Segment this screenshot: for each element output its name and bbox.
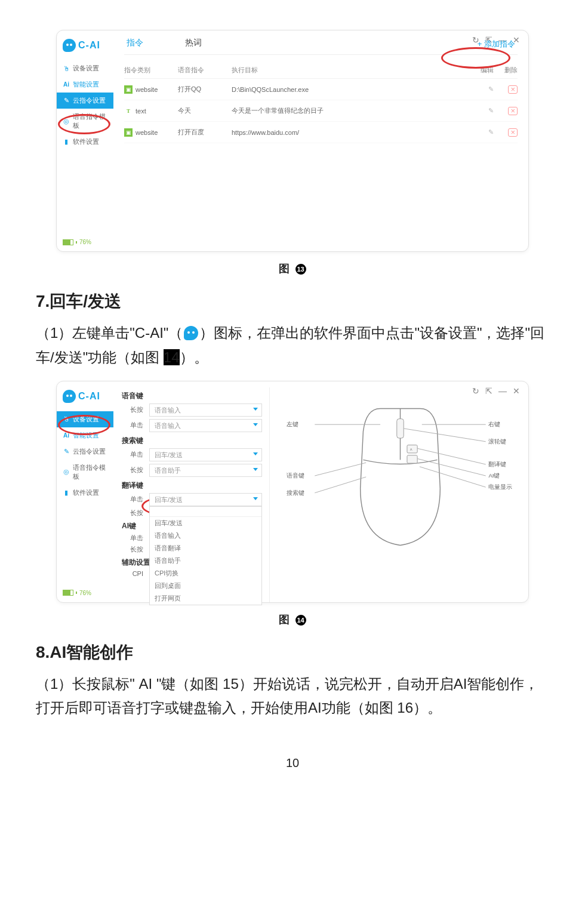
- label-left: 左键: [287, 421, 298, 427]
- select-voice-click[interactable]: 语音输入: [149, 419, 262, 432]
- voice-cell: 打开QQ: [178, 85, 232, 94]
- sidebar-item-template[interactable]: ◎ 语音指令模板: [57, 460, 113, 485]
- chevron-down-icon: [253, 408, 258, 411]
- figure-number-icon: 14: [295, 615, 306, 626]
- logo-text: C-AI: [78, 391, 100, 402]
- page-number: 10: [36, 756, 549, 770]
- sidebar-item-device[interactable]: 🖱 设备设置: [57, 411, 113, 427]
- dropdown-option[interactable]: 语音输入: [150, 529, 261, 542]
- sidebar-label: 设备设置: [73, 415, 99, 424]
- select-search-click[interactable]: 回车/发送: [149, 448, 262, 461]
- add-command-link[interactable]: + 添加指令: [478, 39, 515, 50]
- chevron-down-icon: [253, 468, 258, 471]
- target-icon: ◎: [63, 468, 70, 476]
- svg-line-9: [404, 428, 485, 441]
- sidebar-item-software[interactable]: ▮ 软件设置: [57, 485, 113, 501]
- label-long: 长按: [122, 509, 143, 518]
- sidebar-item-cloud-cmd[interactable]: ✎ 云指令设置: [57, 93, 113, 109]
- mouse-icon: 🖱: [63, 415, 70, 423]
- svg-rect-1: [397, 418, 404, 438]
- tab-commands[interactable]: 指令: [127, 38, 143, 48]
- sidebar-item-device[interactable]: 🖱 设备设置: [57, 60, 113, 76]
- label-long: 长按: [122, 545, 143, 554]
- dropdown-option[interactable]: 回到桌面: [150, 580, 261, 592]
- battery-indicator: 76%: [63, 590, 91, 596]
- svg-line-11: [417, 458, 486, 476]
- ai-icon: Ai: [63, 81, 70, 88]
- select-search-long[interactable]: 语音助手: [149, 464, 262, 477]
- dropdown-option[interactable]: 打开网页: [150, 592, 261, 605]
- section-7-body: （1）左键单击"C-AI"（）图标，在弹出的软件界面中点击"设备设置"，选择"回…: [36, 321, 549, 370]
- table-row: Ttext 今天 今天是一个非常值得纪念的日子 ✎ ×: [124, 100, 518, 122]
- svg-rect-3: [407, 455, 417, 463]
- dropdown-options: 回车/发送 语音输入 语音翻译 语音助手 CPI切换 回到桌面 打开网页: [149, 506, 262, 605]
- label-cpi: CPI: [122, 570, 143, 577]
- section-translate-key: 翻译键: [122, 481, 262, 491]
- mouse-icon: 🖱: [63, 65, 70, 72]
- label-long: 长按: [122, 405, 143, 414]
- figure-ref-icon: 16: [397, 700, 413, 716]
- edit-icon[interactable]: ✎: [464, 107, 494, 115]
- battery-indicator: 76%: [63, 239, 91, 245]
- sidebar-label: 智能设置: [73, 80, 99, 89]
- chevron-down-icon: [253, 452, 258, 455]
- sidebar-item-ai[interactable]: Ai 智能设置: [57, 76, 113, 93]
- logo-bubble-icon: [63, 390, 76, 403]
- tab-hotwords[interactable]: 热词: [185, 38, 202, 48]
- category-badge: ▣website: [124, 85, 178, 94]
- battery-value: 76%: [79, 590, 91, 596]
- label-click: 单击: [122, 421, 143, 430]
- dropdown-option[interactable]: 语音助手: [150, 555, 261, 567]
- section-8-body: （1）长按鼠标" AI "键（如图 15）开始说话，说完松开，自动开启AI智能创…: [36, 672, 549, 721]
- voice-cell: 今天: [178, 106, 232, 115]
- delete-icon[interactable]: ×: [494, 85, 518, 94]
- select-voice-long[interactable]: 语音输入: [149, 404, 262, 417]
- sidebar-item-cloud-cmd[interactable]: ✎ 云指令设置: [57, 443, 113, 460]
- sidebar-label: 设备设置: [73, 64, 99, 73]
- col-voice: 语音指令: [178, 66, 232, 75]
- sidebar-item-template[interactable]: ◎ 语音指令模板: [57, 109, 113, 134]
- target-cell: https://www.baidu.com/: [232, 129, 464, 136]
- dropdown-hint: [150, 507, 261, 517]
- target-cell: 今天是一个非常值得纪念的日子: [232, 106, 464, 115]
- cloud-cmd-icon: ✎: [63, 97, 70, 104]
- sidebar-label: 智能设置: [73, 431, 99, 440]
- label-click: 单击: [122, 495, 143, 504]
- bookmark-icon: ▮: [63, 489, 70, 497]
- battery-icon: [63, 590, 73, 596]
- commands-table: 指令类别 语音指令 执行目标 编辑 删除 ▣website 打开QQ D:\Bi…: [124, 62, 518, 143]
- edit-icon[interactable]: ✎: [464, 128, 494, 136]
- battery-icon: [63, 239, 73, 245]
- sidebar-item-software[interactable]: ▮ 软件设置: [57, 134, 113, 150]
- figure-ref-icon: 15: [223, 676, 239, 692]
- table-header: 指令类别 语音指令 执行目标 编辑 删除: [124, 62, 518, 79]
- label-click: 单击: [122, 534, 143, 543]
- delete-icon[interactable]: ×: [494, 106, 518, 115]
- settings-form: 语音键 长按 语音输入 单击 语音输入 搜索键 单击 回车/发送 长按 语音助手: [122, 387, 262, 602]
- logo: C-AI: [57, 35, 113, 60]
- svg-line-12: [420, 466, 486, 486]
- app-window-14: ↻ ⇱ — ✕ C-AI 🖱 设备设置 Ai 智能设置 ✎ 云指令设置: [56, 381, 529, 603]
- label-ai: AI键: [488, 472, 500, 479]
- table-row: ▣website 打开QQ D:\Bin\QQScLauncher.exe ✎ …: [124, 79, 518, 100]
- edit-icon[interactable]: ✎: [464, 85, 494, 93]
- battery-value: 76%: [79, 239, 91, 245]
- category-badge: ▣website: [124, 128, 178, 137]
- section-7-heading: 7.回车/发送: [36, 290, 549, 313]
- sidebar-item-ai[interactable]: Ai 智能设置: [57, 427, 113, 443]
- table-row: ▣website 打开百度 https://www.baidu.com/ ✎ ×: [124, 122, 518, 143]
- delete-icon[interactable]: ×: [494, 128, 518, 137]
- category-badge: Ttext: [124, 107, 178, 115]
- logo: C-AI: [57, 386, 113, 411]
- chevron-down-icon: [253, 497, 258, 500]
- main-panel: 语音键 长按 语音输入 单击 语音输入 搜索键 单击 回车/发送 长按 语音助手: [113, 381, 528, 602]
- main-panel: 指令 热词 + 添加指令 指令类别 语音指令 执行目标 编辑 删除 ▣websi…: [113, 30, 528, 251]
- dropdown-option[interactable]: 回车/发送: [150, 517, 261, 529]
- dropdown-option[interactable]: CPI切换: [150, 567, 261, 580]
- app-window-13: ↻ ⇱ — ✕ C-AI 🖱 设备设置 Ai 智能设置 ✎ 云指令设置: [56, 30, 529, 252]
- ai-icon: Ai: [63, 432, 70, 439]
- select-translate-click[interactable]: 回车/发送: [149, 493, 262, 506]
- label-translate: 翻译键: [488, 460, 506, 467]
- svg-line-7: [315, 477, 366, 493]
- dropdown-option[interactable]: 语音翻译: [150, 542, 261, 555]
